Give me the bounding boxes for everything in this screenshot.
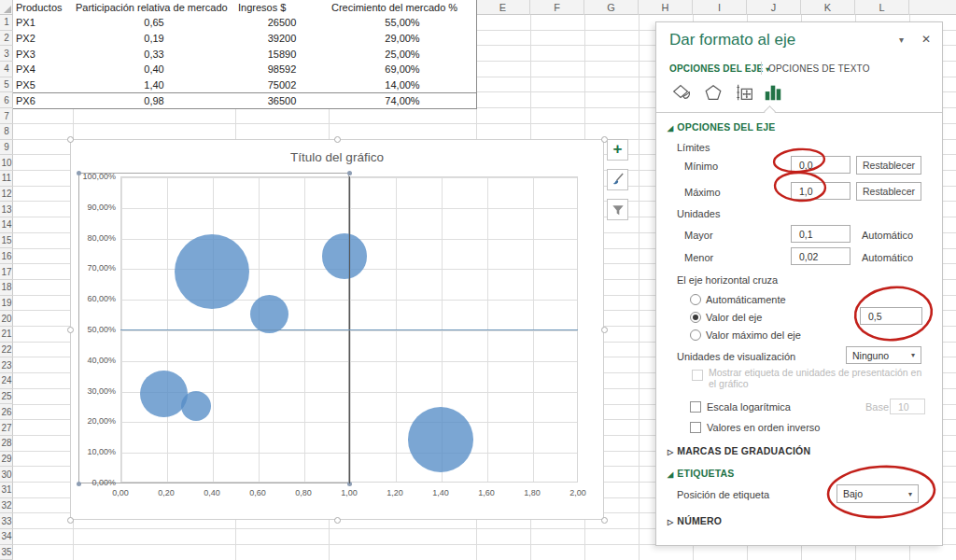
row-header-15[interactable]: 15	[0, 233, 13, 249]
row-header-4[interactable]: 4	[0, 62, 13, 77]
radio-axis-maximum-label[interactable]: Valor máximo del eje	[706, 329, 801, 341]
row-header-29[interactable]: 29	[0, 452, 13, 468]
row-header-24[interactable]: 24	[0, 373, 13, 389]
row-header-31[interactable]: 31	[0, 483, 13, 498]
maximum-reset-button[interactable]: Restablecer	[856, 182, 921, 201]
radio-axis-value-label[interactable]: Valor del eje	[706, 312, 762, 323]
fill-line-icon[interactable]	[669, 80, 694, 105]
log-scale-label[interactable]: Escala logarítmica	[707, 401, 791, 413]
axis-value-input[interactable]: 0,5	[860, 307, 922, 325]
table-cell[interactable]: 15890	[235, 46, 330, 63]
table-cell[interactable]: 29,00%	[329, 31, 477, 48]
table-cell[interactable]: 69,00%	[329, 62, 477, 78]
table-cell[interactable]: 75002	[235, 77, 330, 94]
table-cell[interactable]: 0,65	[73, 15, 236, 32]
bubble-PX4[interactable]	[175, 234, 249, 309]
row-header-7[interactable]: 7	[0, 108, 13, 124]
row-header-35[interactable]: 35	[0, 545, 13, 560]
bubble-PX6[interactable]	[322, 233, 368, 279]
display-units-dropdown[interactable]: Ninguno▾	[846, 346, 921, 364]
minimum-input[interactable]: 0,0	[791, 156, 851, 174]
chart-title[interactable]: Título del gráfico	[71, 150, 603, 164]
table-cell[interactable]: 36500	[235, 93, 330, 110]
table-cell[interactable]: PX1	[13, 15, 74, 32]
column-header-F[interactable]: F	[530, 0, 584, 15]
minor-auto-button[interactable]: Automático	[862, 252, 913, 263]
label-position-dropdown[interactable]: Bajo▾	[836, 484, 919, 503]
column-header-L[interactable]: L	[855, 0, 909, 15]
table-cell[interactable]: PX2	[13, 31, 74, 48]
column-header-K[interactable]: K	[801, 0, 855, 15]
row-header-2[interactable]: 2	[0, 31, 13, 47]
table-header-cell[interactable]: Productos	[13, 0, 74, 16]
chart-resize-handle[interactable]	[334, 517, 341, 524]
column-header-E[interactable]: E	[476, 0, 530, 15]
row-header-26[interactable]: 26	[0, 405, 13, 421]
chart-resize-handle[interactable]	[601, 327, 608, 333]
row-header-34[interactable]: 34	[0, 529, 13, 545]
row-header-21[interactable]: 21	[0, 327, 13, 343]
column-header-G[interactable]: G	[584, 0, 639, 15]
column-header-H[interactable]: H	[639, 0, 693, 15]
row-header-19[interactable]: 19	[0, 296, 13, 312]
minimum-reset-button[interactable]: Restablecer	[856, 156, 921, 175]
row-header-30[interactable]: 30	[0, 467, 13, 483]
table-cell[interactable]: 26500	[235, 15, 330, 32]
maximum-input[interactable]: 1,0	[791, 182, 851, 200]
horizontal-axis-line[interactable]	[120, 329, 578, 330]
row-header-23[interactable]: 23	[0, 357, 13, 373]
bubble-PX1[interactable]	[250, 295, 288, 333]
row-header-17[interactable]: 17	[0, 264, 13, 280]
table-header-cell[interactable]: Participación relativa de mercado	[73, 0, 236, 16]
chart-styles-button[interactable]	[607, 169, 628, 190]
log-scale-checkbox[interactable]	[690, 401, 701, 413]
table-cell[interactable]: 0,98	[73, 93, 236, 110]
table-header-cell[interactable]: Crecimiento del mercado %	[329, 0, 477, 16]
row-header-12[interactable]: 12	[0, 187, 13, 203]
bubble-chart-object[interactable]: Título del gráfico 100,00%90,00%80,00%70…	[70, 139, 604, 520]
size-properties-icon[interactable]	[733, 80, 757, 105]
section-tick-marks[interactable]: ▷MARCAS DE GRADUACIÓN	[668, 445, 810, 456]
row-header-13[interactable]: 13	[0, 202, 13, 217]
bubble-PX3[interactable]	[181, 391, 211, 421]
table-cell[interactable]: PX6	[13, 93, 74, 110]
table-cell[interactable]: 1,40	[73, 77, 236, 94]
table-cell[interactable]: 55,00%	[329, 15, 477, 32]
chart-elements-button[interactable]: +	[607, 139, 628, 161]
row-header-28[interactable]: 28	[0, 436, 13, 452]
effects-icon[interactable]	[701, 80, 725, 105]
radio-axis-value[interactable]	[690, 312, 701, 323]
section-labels[interactable]: ◢ETIQUETAS	[668, 468, 734, 479]
table-cell[interactable]: PX4	[13, 62, 74, 78]
minor-unit-input[interactable]: 0,02	[791, 247, 851, 265]
row-header-16[interactable]: 16	[0, 249, 13, 265]
chart-resize-handle[interactable]	[334, 136, 341, 143]
row-header-5[interactable]: 5	[0, 77, 13, 93]
table-cell[interactable]: 74,00%	[329, 93, 477, 110]
reverse-order-checkbox[interactable]	[690, 422, 701, 433]
reverse-order-label[interactable]: Valores en orden inverso	[707, 422, 820, 433]
table-cell[interactable]: PX5	[13, 77, 74, 94]
tab-text-options[interactable]: OPCIONES DE TEXTO	[768, 63, 870, 74]
bubble-PX5[interactable]	[408, 407, 473, 472]
chart-resize-handle[interactable]	[67, 136, 74, 143]
chart-resize-handle[interactable]	[601, 517, 608, 524]
row-header-9[interactable]: 9	[0, 140, 13, 156]
tab-axis-options[interactable]: OPCIONES DEL EJE ▾	[669, 63, 769, 74]
table-cell[interactable]: 14,00%	[329, 77, 477, 94]
section-number[interactable]: ▷NÚMERO	[668, 515, 722, 526]
table-header-cell[interactable]: Ingresos $	[235, 0, 330, 16]
close-icon[interactable]: ✕	[921, 33, 931, 46]
row-header-27[interactable]: 27	[0, 420, 13, 436]
chart-resize-handle[interactable]	[67, 517, 74, 524]
table-cell[interactable]: 98592	[235, 62, 330, 78]
axis-options-chart-icon[interactable]	[761, 80, 785, 105]
radio-automatically-label[interactable]: Automáticamente	[706, 294, 786, 305]
row-header-6[interactable]: 6	[0, 93, 13, 109]
table-cell[interactable]: 39200	[235, 31, 330, 48]
table-cell[interactable]: 0,19	[73, 31, 236, 48]
radio-automatically[interactable]	[690, 294, 701, 305]
section-axis-options[interactable]: ◢OPCIONES DEL EJE	[668, 121, 775, 133]
row-header-18[interactable]: 18	[0, 280, 13, 296]
chart-resize-handle[interactable]	[67, 327, 74, 333]
